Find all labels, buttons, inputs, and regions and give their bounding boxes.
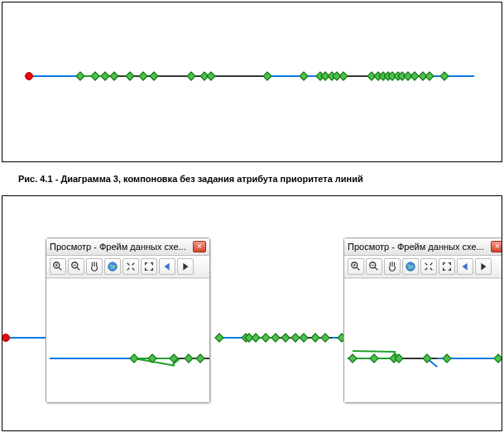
zoom-in-button[interactable]	[50, 258, 66, 275]
node-diamond	[493, 353, 502, 363]
node-diamond	[75, 71, 84, 80]
arrow-right-button[interactable]	[475, 258, 492, 275]
node-diamond	[262, 71, 271, 80]
node-diamond	[299, 333, 308, 342]
zoom-out-button[interactable]	[68, 258, 84, 275]
svg-line-13	[375, 267, 378, 271]
node-diamond	[138, 71, 147, 80]
node-diamond	[442, 353, 451, 363]
preview-toolbar	[344, 256, 502, 278]
preview-window: Просмотр - Фрейм данных схе...×	[343, 238, 502, 403]
node-diamond	[369, 353, 378, 363]
line-blue	[4, 337, 46, 339]
zoom-fit-button[interactable]	[122, 258, 139, 275]
preview-titlebar[interactable]: Просмотр - Фрейм данных схе...×	[344, 238, 502, 256]
pan-button[interactable]	[86, 258, 103, 275]
node-diamond	[299, 71, 308, 80]
node-diamond	[348, 353, 357, 363]
pan-button[interactable]	[384, 258, 401, 275]
arrow-left-button[interactable]	[159, 258, 175, 275]
figure-caption: Рис. 4.1 - Диаграмма 3, компоновка без з…	[18, 174, 504, 184]
preview-canvas	[344, 278, 502, 402]
arrow-left-button[interactable]	[457, 258, 473, 275]
node-diamond	[90, 71, 99, 80]
node-diamond	[261, 333, 270, 342]
panel-top	[2, 2, 502, 162]
node-diamond	[271, 333, 280, 342]
globe-button[interactable]	[104, 258, 121, 275]
zoom-fit-button[interactable]	[420, 258, 437, 275]
node-diamond	[425, 71, 434, 80]
panel-bottom: Просмотр - Фрейм данных схе...×Просмотр …	[2, 195, 502, 431]
preview-title: Просмотр - Фрейм данных схе...	[50, 242, 193, 252]
node-diamond	[338, 71, 348, 80]
arrow-right-button[interactable]	[177, 258, 194, 275]
node-diamond	[149, 71, 158, 80]
node-diamond	[195, 353, 204, 363]
svg-point-7	[108, 262, 118, 272]
node-diamond	[251, 333, 260, 342]
node-diamond	[125, 71, 134, 80]
zoom-out-button[interactable]	[366, 258, 382, 275]
node-diamond	[129, 353, 138, 363]
node-diamond	[186, 71, 195, 80]
node-diamond	[214, 333, 223, 342]
close-button[interactable]: ×	[193, 241, 206, 252]
slope-green	[353, 350, 396, 353]
zoom-in-button[interactable]	[348, 258, 364, 275]
preview-canvas	[46, 278, 209, 402]
zoom-full-button[interactable]	[439, 258, 455, 275]
close-button[interactable]: ×	[491, 241, 502, 252]
node-red	[25, 72, 33, 80]
svg-point-15	[406, 262, 415, 272]
svg-line-5	[77, 267, 80, 271]
node-diamond	[184, 353, 193, 363]
node-diamond	[100, 71, 109, 80]
node-red	[2, 334, 10, 342]
node-diamond	[109, 71, 118, 80]
svg-line-9	[357, 267, 360, 271]
svg-line-1	[59, 267, 62, 271]
preview-toolbar	[46, 256, 209, 278]
globe-button[interactable]	[402, 258, 419, 275]
preview-title: Просмотр - Фрейм данных схе...	[348, 242, 491, 252]
node-diamond	[439, 71, 449, 80]
preview-titlebar[interactable]: Просмотр - Фрейм данных схе...×	[46, 238, 209, 256]
node-diamond	[310, 333, 319, 342]
preview-window: Просмотр - Фрейм данных схе...×	[46, 238, 210, 403]
node-diamond	[281, 333, 290, 342]
node-diamond	[206, 71, 215, 80]
zoom-full-button[interactable]	[141, 258, 157, 275]
node-diamond	[320, 333, 329, 342]
